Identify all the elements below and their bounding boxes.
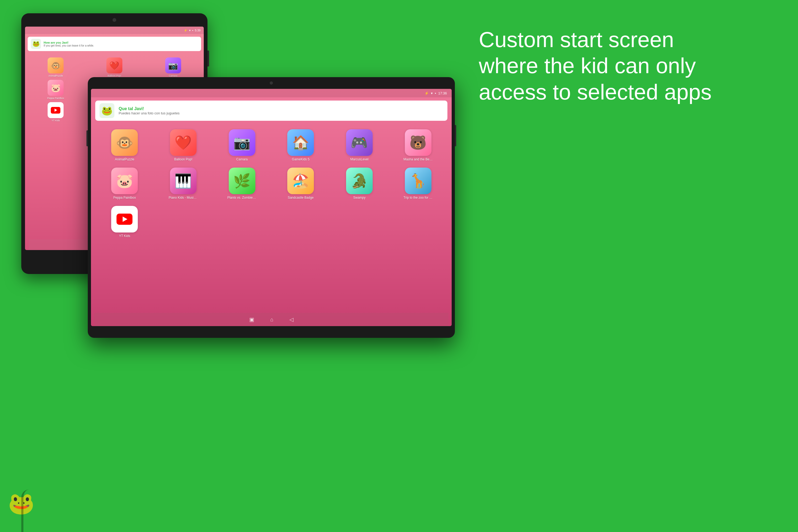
frog-icon-front: 🐸	[99, 103, 114, 118]
notif-text-back: How are you Javi! If you get tired, you …	[44, 41, 94, 47]
app-camera-back[interactable]: 📷 Camara	[145, 57, 201, 77]
app-label-balloon-back: Balloon Pop!	[108, 75, 121, 77]
app-icon-camera-back: 📷	[165, 57, 181, 73]
app-gamekids-front[interactable]: 🏠 GameKids 5	[273, 129, 328, 161]
app-animal-front[interactable]: 🐵 AnimalPuzzle	[97, 129, 152, 161]
app-icon-piano-front: 🎹	[170, 168, 196, 194]
tablet-front: ⚡ ▾ ▪ 17:36 🐸 Que tal Javi! Puedes hacer…	[88, 77, 455, 338]
promo-line3: access to selected apps	[479, 79, 766, 105]
notification-card-back: 🐸 How are you Javi! If you get tired, yo…	[28, 37, 201, 51]
app-piano-front[interactable]: 🎹 Piano Kids - Music Son...	[156, 168, 211, 200]
nav-recent-front[interactable]: ▣	[249, 316, 254, 323]
promo-line1: Custom start screen	[479, 26, 766, 53]
battery-icon-back: ▪	[192, 29, 193, 32]
nav-home-front[interactable]: ⌂	[270, 317, 273, 323]
status-bar-front: ⚡ ▾ ▪ 17:36	[91, 89, 452, 97]
app-icon-yt-back	[48, 102, 63, 118]
apps-grid-row2: 🐷 Peppa Paintbox 🎹 Piano Kids - Music So…	[91, 167, 452, 205]
frog-icon-back: 🐸	[31, 39, 41, 49]
notif-subtitle-front: Puedes hacer una foto con tus juguetes	[119, 111, 179, 115]
app-yt-back[interactable]: YT Kids	[28, 102, 84, 122]
app-icon-marcus-front: 🎮	[346, 129, 373, 156]
app-swampy-front[interactable]: 🐊 Swampy	[332, 168, 387, 200]
screen-front: ⚡ ▾ ▪ 17:36 🐸 Que tal Javi! Puedes hacer…	[91, 89, 452, 326]
app-peppa-front[interactable]: 🐷 Peppa Paintbox	[97, 168, 152, 200]
app-icon-sandcastle-front: 🏖️	[287, 168, 314, 194]
app-icon-peppa-front: 🐷	[111, 168, 138, 194]
side-button-right-front	[455, 125, 456, 146]
app-animal-back[interactable]: 🐵 AnimalPuzzle	[28, 57, 84, 77]
camera-dot-front	[270, 81, 273, 84]
app-label-peppa-front: Peppa Paintbox	[113, 196, 136, 200]
app-plants-front[interactable]: 🌿 Plants vs. Zombies FREE	[215, 168, 269, 200]
notif-title-back: How are you Javi!	[44, 41, 94, 44]
bluetooth-icon-back: ⚡	[184, 29, 188, 32]
app-label-animal-front: AnimalPuzzle	[115, 157, 134, 161]
status-bar-back: ⚡ ▾ ▪ 5:39	[25, 26, 204, 34]
promo-text-block: Custom start screen where the kid can on…	[479, 26, 766, 105]
app-icon-yt-front	[111, 206, 138, 232]
app-icon-animal-front: 🐵	[111, 129, 138, 156]
app-icon-balloon-back: ❤️	[107, 57, 122, 73]
app-balloon-back[interactable]: ❤️ Balloon Pop!	[87, 57, 142, 77]
app-label-marcus-front: MarcusLevel	[350, 157, 368, 161]
app-label-camera-back: Camara	[169, 75, 177, 77]
time-back: 5:39	[195, 29, 201, 32]
app-label-masha-front: Masha and the Bear. Ed...	[403, 157, 433, 161]
app-icon-gamekids-front: 🏠	[287, 129, 314, 156]
headphone-decoration	[21, 490, 37, 532]
app-marcus-front[interactable]: 🎮 MarcusLevel	[332, 129, 387, 161]
app-trip-front[interactable]: 🦒 Trip to the zoo for kids	[391, 168, 445, 200]
app-label-plants-front: Plants vs. Zombies FREE	[227, 196, 257, 200]
app-sandcastle-front[interactable]: 🏖️ Sandcastle Badge	[273, 168, 328, 200]
app-label-balloon-front: Balloon Pop!	[174, 157, 192, 161]
app-icon-camera-front: 📷	[229, 129, 255, 156]
app-icon-animal-back: 🐵	[48, 57, 63, 73]
app-masha-front[interactable]: 🐻 Masha and the Bear. Ed...	[391, 129, 445, 161]
app-icon-swampy-front: 🐊	[346, 168, 373, 194]
app-label-peppa-back: Peppa Paintbox	[48, 97, 64, 99]
app-label-animal-back: AnimalPuzzle	[49, 75, 63, 77]
apps-grid-row1: 🐵 AnimalPuzzle ❤️ Balloon Pop! 📷 Camara …	[91, 124, 452, 167]
yt-logo-front	[116, 214, 132, 225]
wifi-icon-back: ▾	[189, 29, 191, 32]
app-icon-masha-front: 🐻	[405, 129, 432, 156]
app-label-yt-back: YT Kids	[52, 119, 60, 122]
notification-card-front: 🐸 Que tal Javi! Puedes hacer una foto co…	[95, 100, 448, 121]
notif-title-front: Que tal Javi!	[119, 107, 179, 111]
app-icon-trip-front: 🦒	[405, 168, 432, 194]
app-label-piano-front: Piano Kids - Music Son...	[169, 196, 198, 200]
camera-dot-back	[113, 18, 116, 22]
app-label-trip-front: Trip to the zoo for kids	[403, 196, 433, 200]
notif-text-front: Que tal Javi! Puedes hacer una foto con …	[119, 107, 179, 115]
side-button-left-front	[87, 130, 88, 146]
apps-grid-row3: YT Kids	[91, 205, 452, 243]
app-icon-balloon-front: ❤️	[170, 129, 196, 156]
app-icon-peppa-back: 🐷	[48, 80, 63, 96]
app-yt-front[interactable]: YT Kids	[97, 206, 152, 238]
app-label-gamekids-front: GameKids 5	[292, 157, 309, 161]
app-icon-plants-front: 🌿	[229, 168, 255, 194]
time-front: 17:36	[438, 91, 447, 95]
promo-line2: where the kid can only	[479, 53, 766, 79]
app-label-swampy-front: Swampy	[353, 196, 365, 200]
app-peppa-back[interactable]: 🐷 Peppa Paintbox	[28, 80, 84, 99]
side-button-back	[208, 51, 209, 66]
wifi-icon-front: ▾	[431, 91, 433, 95]
bluetooth-icon-front: ⚡	[424, 91, 429, 95]
app-label-yt-front: YT Kids	[119, 234, 130, 238]
app-camera-front[interactable]: 📷 Camara	[215, 129, 269, 161]
app-balloon-front[interactable]: ❤️ Balloon Pop!	[156, 129, 211, 161]
nav-bar-front: ▣ ⌂ ◁	[94, 313, 449, 326]
yt-logo-back	[51, 107, 60, 114]
notif-subtitle-back: If you get tired, you can leave it for a…	[44, 44, 94, 47]
battery-icon-front: ▪	[435, 91, 436, 95]
app-label-camera-front: Camara	[236, 157, 248, 161]
app-label-sandcastle-front: Sandcastle Badge	[288, 196, 314, 200]
nav-back-front[interactable]: ◁	[289, 316, 293, 323]
